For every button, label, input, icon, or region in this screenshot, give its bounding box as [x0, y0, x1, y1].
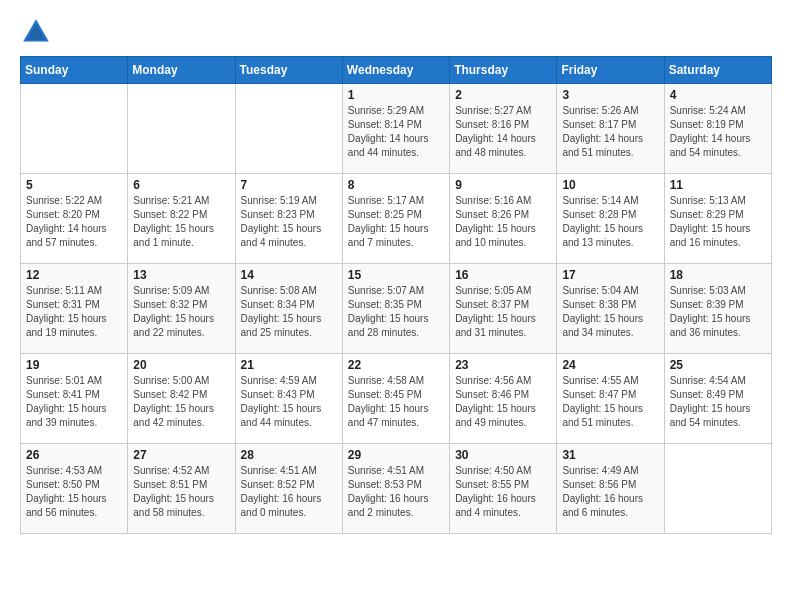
calendar-cell: 12Sunrise: 5:11 AMSunset: 8:31 PMDayligh… — [21, 264, 128, 354]
day-number: 21 — [241, 358, 337, 372]
calendar-cell: 27Sunrise: 4:52 AMSunset: 8:51 PMDayligh… — [128, 444, 235, 534]
calendar-cell: 10Sunrise: 5:14 AMSunset: 8:28 PMDayligh… — [557, 174, 664, 264]
day-info: Sunrise: 4:53 AMSunset: 8:50 PMDaylight:… — [26, 464, 122, 520]
calendar-cell — [664, 444, 771, 534]
day-number: 4 — [670, 88, 766, 102]
weekday-header: Friday — [557, 57, 664, 84]
day-info: Sunrise: 4:58 AMSunset: 8:45 PMDaylight:… — [348, 374, 444, 430]
calendar-cell: 5Sunrise: 5:22 AMSunset: 8:20 PMDaylight… — [21, 174, 128, 264]
day-info: Sunrise: 4:49 AMSunset: 8:56 PMDaylight:… — [562, 464, 658, 520]
calendar-cell: 19Sunrise: 5:01 AMSunset: 8:41 PMDayligh… — [21, 354, 128, 444]
day-info: Sunrise: 4:59 AMSunset: 8:43 PMDaylight:… — [241, 374, 337, 430]
day-number: 20 — [133, 358, 229, 372]
day-number: 11 — [670, 178, 766, 192]
calendar-cell: 1Sunrise: 5:29 AMSunset: 8:14 PMDaylight… — [342, 84, 449, 174]
day-info: Sunrise: 5:07 AMSunset: 8:35 PMDaylight:… — [348, 284, 444, 340]
weekday-header: Wednesday — [342, 57, 449, 84]
calendar-cell: 17Sunrise: 5:04 AMSunset: 8:38 PMDayligh… — [557, 264, 664, 354]
day-info: Sunrise: 5:11 AMSunset: 8:31 PMDaylight:… — [26, 284, 122, 340]
day-number: 24 — [562, 358, 658, 372]
day-number: 31 — [562, 448, 658, 462]
day-info: Sunrise: 5:16 AMSunset: 8:26 PMDaylight:… — [455, 194, 551, 250]
calendar-cell: 30Sunrise: 4:50 AMSunset: 8:55 PMDayligh… — [450, 444, 557, 534]
calendar-cell: 23Sunrise: 4:56 AMSunset: 8:46 PMDayligh… — [450, 354, 557, 444]
day-number: 17 — [562, 268, 658, 282]
day-info: Sunrise: 5:26 AMSunset: 8:17 PMDaylight:… — [562, 104, 658, 160]
day-info: Sunrise: 5:03 AMSunset: 8:39 PMDaylight:… — [670, 284, 766, 340]
calendar-cell: 22Sunrise: 4:58 AMSunset: 8:45 PMDayligh… — [342, 354, 449, 444]
day-info: Sunrise: 5:05 AMSunset: 8:37 PMDaylight:… — [455, 284, 551, 340]
day-number: 3 — [562, 88, 658, 102]
weekday-header: Sunday — [21, 57, 128, 84]
day-number: 23 — [455, 358, 551, 372]
calendar-cell: 15Sunrise: 5:07 AMSunset: 8:35 PMDayligh… — [342, 264, 449, 354]
day-info: Sunrise: 5:04 AMSunset: 8:38 PMDaylight:… — [562, 284, 658, 340]
calendar-cell: 24Sunrise: 4:55 AMSunset: 8:47 PMDayligh… — [557, 354, 664, 444]
day-number: 18 — [670, 268, 766, 282]
day-number: 30 — [455, 448, 551, 462]
calendar-cell — [235, 84, 342, 174]
calendar-cell: 18Sunrise: 5:03 AMSunset: 8:39 PMDayligh… — [664, 264, 771, 354]
calendar-cell: 3Sunrise: 5:26 AMSunset: 8:17 PMDaylight… — [557, 84, 664, 174]
day-number: 19 — [26, 358, 122, 372]
day-info: Sunrise: 5:24 AMSunset: 8:19 PMDaylight:… — [670, 104, 766, 160]
day-number: 10 — [562, 178, 658, 192]
day-number: 7 — [241, 178, 337, 192]
calendar-week-row: 1Sunrise: 5:29 AMSunset: 8:14 PMDaylight… — [21, 84, 772, 174]
day-number: 28 — [241, 448, 337, 462]
day-info: Sunrise: 4:51 AMSunset: 8:53 PMDaylight:… — [348, 464, 444, 520]
day-number: 1 — [348, 88, 444, 102]
calendar-cell: 9Sunrise: 5:16 AMSunset: 8:26 PMDaylight… — [450, 174, 557, 264]
day-info: Sunrise: 4:50 AMSunset: 8:55 PMDaylight:… — [455, 464, 551, 520]
weekday-header: Thursday — [450, 57, 557, 84]
day-info: Sunrise: 5:21 AMSunset: 8:22 PMDaylight:… — [133, 194, 229, 250]
day-info: Sunrise: 5:01 AMSunset: 8:41 PMDaylight:… — [26, 374, 122, 430]
day-info: Sunrise: 5:14 AMSunset: 8:28 PMDaylight:… — [562, 194, 658, 250]
weekday-row: SundayMondayTuesdayWednesdayThursdayFrid… — [21, 57, 772, 84]
day-number: 15 — [348, 268, 444, 282]
day-info: Sunrise: 5:27 AMSunset: 8:16 PMDaylight:… — [455, 104, 551, 160]
logo-icon — [20, 16, 52, 48]
day-number: 9 — [455, 178, 551, 192]
day-number: 12 — [26, 268, 122, 282]
calendar-cell: 31Sunrise: 4:49 AMSunset: 8:56 PMDayligh… — [557, 444, 664, 534]
day-info: Sunrise: 4:52 AMSunset: 8:51 PMDaylight:… — [133, 464, 229, 520]
day-info: Sunrise: 5:22 AMSunset: 8:20 PMDaylight:… — [26, 194, 122, 250]
calendar-cell: 29Sunrise: 4:51 AMSunset: 8:53 PMDayligh… — [342, 444, 449, 534]
day-info: Sunrise: 5:17 AMSunset: 8:25 PMDaylight:… — [348, 194, 444, 250]
weekday-header: Monday — [128, 57, 235, 84]
calendar-cell: 28Sunrise: 4:51 AMSunset: 8:52 PMDayligh… — [235, 444, 342, 534]
page-header — [20, 16, 772, 48]
day-info: Sunrise: 4:56 AMSunset: 8:46 PMDaylight:… — [455, 374, 551, 430]
day-number: 6 — [133, 178, 229, 192]
calendar-cell: 13Sunrise: 5:09 AMSunset: 8:32 PMDayligh… — [128, 264, 235, 354]
weekday-header: Saturday — [664, 57, 771, 84]
calendar-cell: 20Sunrise: 5:00 AMSunset: 8:42 PMDayligh… — [128, 354, 235, 444]
calendar-table: SundayMondayTuesdayWednesdayThursdayFrid… — [20, 56, 772, 534]
day-info: Sunrise: 4:55 AMSunset: 8:47 PMDaylight:… — [562, 374, 658, 430]
calendar-body: 1Sunrise: 5:29 AMSunset: 8:14 PMDaylight… — [21, 84, 772, 534]
logo — [20, 16, 56, 48]
calendar-week-row: 5Sunrise: 5:22 AMSunset: 8:20 PMDaylight… — [21, 174, 772, 264]
calendar-cell: 7Sunrise: 5:19 AMSunset: 8:23 PMDaylight… — [235, 174, 342, 264]
calendar-header: SundayMondayTuesdayWednesdayThursdayFrid… — [21, 57, 772, 84]
day-number: 25 — [670, 358, 766, 372]
day-number: 22 — [348, 358, 444, 372]
day-number: 26 — [26, 448, 122, 462]
day-number: 14 — [241, 268, 337, 282]
calendar-cell: 14Sunrise: 5:08 AMSunset: 8:34 PMDayligh… — [235, 264, 342, 354]
day-info: Sunrise: 5:13 AMSunset: 8:29 PMDaylight:… — [670, 194, 766, 250]
day-info: Sunrise: 5:08 AMSunset: 8:34 PMDaylight:… — [241, 284, 337, 340]
calendar-cell — [21, 84, 128, 174]
day-info: Sunrise: 5:19 AMSunset: 8:23 PMDaylight:… — [241, 194, 337, 250]
calendar-week-row: 12Sunrise: 5:11 AMSunset: 8:31 PMDayligh… — [21, 264, 772, 354]
calendar-cell: 16Sunrise: 5:05 AMSunset: 8:37 PMDayligh… — [450, 264, 557, 354]
calendar-cell: 4Sunrise: 5:24 AMSunset: 8:19 PMDaylight… — [664, 84, 771, 174]
day-number: 8 — [348, 178, 444, 192]
day-number: 13 — [133, 268, 229, 282]
calendar-cell: 2Sunrise: 5:27 AMSunset: 8:16 PMDaylight… — [450, 84, 557, 174]
day-info: Sunrise: 4:54 AMSunset: 8:49 PMDaylight:… — [670, 374, 766, 430]
calendar-week-row: 26Sunrise: 4:53 AMSunset: 8:50 PMDayligh… — [21, 444, 772, 534]
calendar-cell: 25Sunrise: 4:54 AMSunset: 8:49 PMDayligh… — [664, 354, 771, 444]
calendar-cell: 6Sunrise: 5:21 AMSunset: 8:22 PMDaylight… — [128, 174, 235, 264]
